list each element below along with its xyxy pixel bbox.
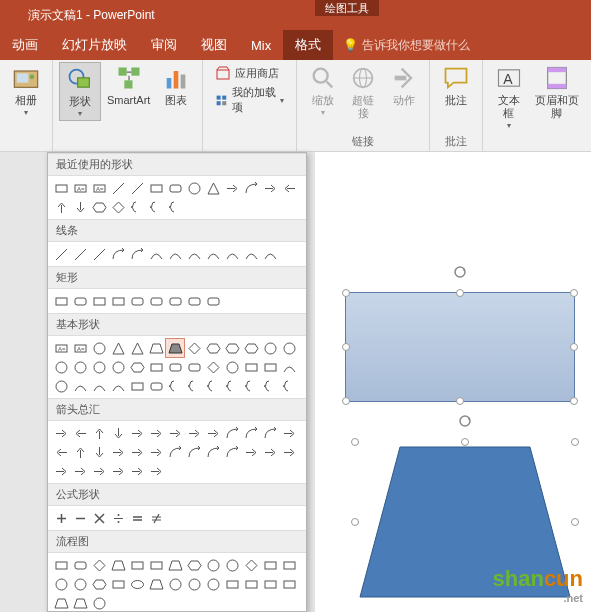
shape-option[interactable] xyxy=(90,245,108,263)
shape-option[interactable] xyxy=(261,358,279,376)
shape-option[interactable] xyxy=(223,377,241,395)
action-button[interactable]: 动作 xyxy=(385,62,423,109)
shape-option[interactable] xyxy=(109,462,127,480)
shape-option[interactable] xyxy=(223,575,241,593)
shape-option[interactable] xyxy=(166,424,184,442)
resize-handle[interactable] xyxy=(342,397,350,405)
shape-option[interactable] xyxy=(128,575,146,593)
shape-option[interactable] xyxy=(261,575,279,593)
shape-option[interactable] xyxy=(185,443,203,461)
resize-handle[interactable] xyxy=(571,518,579,526)
shape-option[interactable] xyxy=(166,179,184,197)
zoom-button[interactable]: 缩放 ▾ xyxy=(303,62,341,119)
shape-option[interactable] xyxy=(90,594,108,612)
shape-option[interactable] xyxy=(147,179,165,197)
shape-option[interactable] xyxy=(71,509,89,527)
shape-option[interactable] xyxy=(185,575,203,593)
shape-option[interactable] xyxy=(204,443,222,461)
shape-option[interactable]: A= xyxy=(71,339,89,357)
shape-option[interactable] xyxy=(147,443,165,461)
shape-option[interactable] xyxy=(147,575,165,593)
shape-option[interactable] xyxy=(242,339,260,357)
shape-option[interactable] xyxy=(204,245,222,263)
shape-option[interactable] xyxy=(109,198,127,216)
shape-option[interactable] xyxy=(166,339,184,357)
shape-option[interactable] xyxy=(128,358,146,376)
shape-option[interactable] xyxy=(52,575,70,593)
comment-button[interactable]: 批注 xyxy=(436,62,476,109)
shape-option[interactable] xyxy=(52,509,70,527)
chart-button[interactable]: 图表 xyxy=(156,62,196,109)
shape-option[interactable] xyxy=(90,377,108,395)
shape-option[interactable] xyxy=(242,575,260,593)
shape-option[interactable] xyxy=(90,198,108,216)
shape-option[interactable] xyxy=(52,424,70,442)
shape-option[interactable]: A= xyxy=(90,179,108,197)
shape-option[interactable] xyxy=(280,377,298,395)
resize-handle[interactable] xyxy=(342,289,350,297)
shape-option[interactable] xyxy=(109,292,127,310)
shape-option[interactable] xyxy=(90,509,108,527)
shape-option[interactable] xyxy=(52,377,70,395)
resize-handle[interactable] xyxy=(461,438,469,446)
shape-option[interactable] xyxy=(280,179,298,197)
shape-option[interactable] xyxy=(128,556,146,574)
shape-option[interactable] xyxy=(280,575,298,593)
shape-option[interactable] xyxy=(128,292,146,310)
shape-option[interactable] xyxy=(128,339,146,357)
shape-option[interactable] xyxy=(166,358,184,376)
hyperlink-button[interactable]: 超链接 xyxy=(342,62,385,122)
tab-view[interactable]: 视图 xyxy=(189,30,239,60)
resize-handle[interactable] xyxy=(570,397,578,405)
shape-option[interactable] xyxy=(223,556,241,574)
shape-option[interactable] xyxy=(261,179,279,197)
shape-option[interactable] xyxy=(128,509,146,527)
shape-option[interactable] xyxy=(71,594,89,612)
shape-option[interactable] xyxy=(280,339,298,357)
shape-option[interactable] xyxy=(52,462,70,480)
shape-option[interactable] xyxy=(204,424,222,442)
shape-option[interactable] xyxy=(90,462,108,480)
shape-option[interactable] xyxy=(242,443,260,461)
shape-option[interactable] xyxy=(128,443,146,461)
shape-option[interactable] xyxy=(52,179,70,197)
shape-option[interactable] xyxy=(223,424,241,442)
shape-option[interactable] xyxy=(242,179,260,197)
shape-option[interactable] xyxy=(52,443,70,461)
shape-option[interactable] xyxy=(71,377,89,395)
shape-option[interactable] xyxy=(185,424,203,442)
shape-option[interactable] xyxy=(109,358,127,376)
shape-option[interactable] xyxy=(166,556,184,574)
shape-option[interactable] xyxy=(261,377,279,395)
shape-option[interactable] xyxy=(242,424,260,442)
shape-option[interactable] xyxy=(52,594,70,612)
tab-format[interactable]: 格式 xyxy=(283,30,333,60)
shape-option[interactable] xyxy=(128,245,146,263)
shape-option[interactable] xyxy=(71,575,89,593)
shape-option[interactable] xyxy=(185,179,203,197)
shape-option[interactable] xyxy=(242,377,260,395)
shape-option[interactable] xyxy=(90,575,108,593)
resize-handle[interactable] xyxy=(456,289,464,297)
shape-option[interactable] xyxy=(185,556,203,574)
shape-option[interactable] xyxy=(185,377,203,395)
shape-option[interactable] xyxy=(147,198,165,216)
shape-option[interactable] xyxy=(147,424,165,442)
shape-option[interactable] xyxy=(147,509,165,527)
shape-option[interactable] xyxy=(147,358,165,376)
shape-option[interactable] xyxy=(90,443,108,461)
shape-option[interactable] xyxy=(90,292,108,310)
shape-option[interactable] xyxy=(90,556,108,574)
shape-option[interactable] xyxy=(242,556,260,574)
shape-option[interactable] xyxy=(204,339,222,357)
tab-review[interactable]: 审阅 xyxy=(139,30,189,60)
shape-option[interactable] xyxy=(52,198,70,216)
shape-option[interactable] xyxy=(166,245,184,263)
shape-option[interactable] xyxy=(90,424,108,442)
shape-option[interactable] xyxy=(242,245,260,263)
shape-option[interactable] xyxy=(71,245,89,263)
shape-option[interactable] xyxy=(71,358,89,376)
shape-option[interactable] xyxy=(204,575,222,593)
resize-handle[interactable] xyxy=(570,289,578,297)
shape-option[interactable] xyxy=(204,179,222,197)
